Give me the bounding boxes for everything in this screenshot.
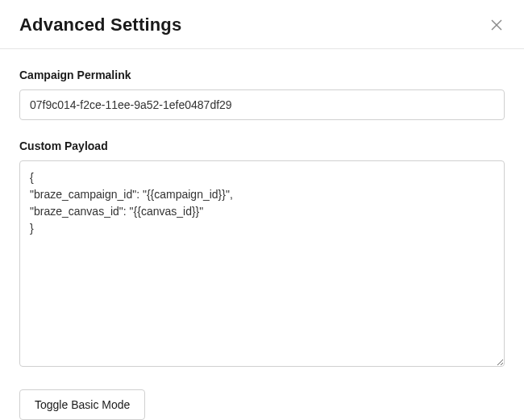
payload-field-group: Custom Payload [19, 139, 505, 370]
permalink-label: Campaign Permalink [19, 69, 505, 81]
modal-title: Advanced Settings [19, 15, 181, 35]
modal-header: Advanced Settings [0, 0, 524, 49]
payload-textarea[interactable] [19, 160, 505, 367]
close-button[interactable] [489, 17, 505, 33]
permalink-field-group: Campaign Permalink [19, 69, 505, 120]
payload-label: Custom Payload [19, 139, 505, 152]
close-icon [491, 19, 502, 31]
modal-body: Campaign Permalink Custom Payload Toggle… [0, 49, 524, 420]
permalink-input[interactable] [19, 89, 505, 120]
toggle-basic-mode-button[interactable]: Toggle Basic Mode [19, 389, 145, 420]
